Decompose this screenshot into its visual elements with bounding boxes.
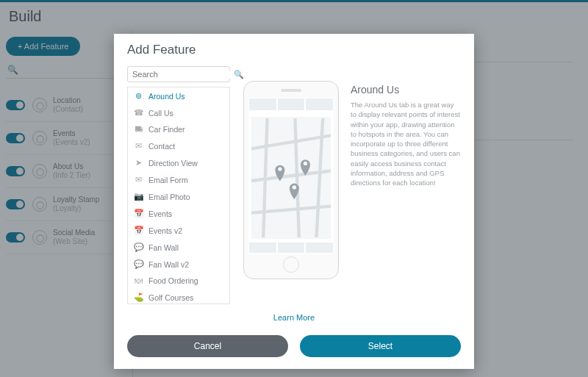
feature-item-icon: ⛟ [134,125,143,134]
modal-overlay: Add Feature 🔍 ⊚Around Us☎Call Us⛟Car Fin… [0,0,588,377]
feature-list-scroll[interactable]: ⊚Around Us☎Call Us⛟Car Finder✉Contact➤Di… [128,87,229,304]
feature-item-label: Food Ordering [148,276,198,285]
svg-point-0 [278,167,282,170]
feature-item-icon: ⛳ [134,292,143,302]
feature-item[interactable]: ➤Direction View [128,154,229,171]
select-button[interactable]: Select [300,335,461,357]
feature-item[interactable]: ☎Call Us [128,104,229,121]
feature-item-label: Direction View [148,159,198,168]
feature-item-label: Email Form [148,176,188,184]
feature-item-icon: 📅 [134,226,143,235]
cancel-button[interactable]: Cancel [127,335,288,357]
feature-item[interactable]: ⛟Car Finder [128,121,229,137]
add-feature-modal: Add Feature 🔍 ⊚Around Us☎Call Us⛟Car Fin… [114,34,474,369]
selected-feature-desc: The Around Us tab is a great way to disp… [351,100,461,188]
svg-point-1 [304,162,307,165]
feature-item[interactable]: ⛳Golf Courses [128,289,229,304]
feature-item-icon: ✉ [134,141,143,151]
feature-item[interactable]: 📅Events [128,205,229,222]
modal-title: Add Feature [114,34,474,62]
feature-item-label: Call Us [148,109,173,118]
feature-item-icon: 📷 [134,192,143,201]
phone-preview [243,81,339,279]
learn-more-link[interactable]: Learn More [114,307,474,328]
feature-item-label: Events v2 [148,226,182,235]
svg-point-2 [293,185,296,189]
feature-item[interactable]: 🍽Food Ordering [128,273,229,289]
feature-search[interactable]: 🔍 [127,66,230,82]
feature-item[interactable]: 💬Fan Wall [128,239,229,256]
feature-item-label: Around Us [148,92,185,101]
feature-item-label: Fan Wall v2 [148,260,189,269]
selected-feature-title: Around Us [351,84,461,96]
feature-list: ⊚Around Us☎Call Us⛟Car Finder✉Contact➤Di… [127,87,230,304]
feature-item[interactable]: ✉Contact [128,137,229,154]
feature-item-icon: 🍽 [134,276,143,285]
search-icon: 🔍 [234,70,244,79]
feature-item[interactable]: ⊚Around Us [128,87,229,104]
feature-item-label: Contact [148,142,175,151]
feature-item[interactable]: 📷Email Photo [128,188,229,205]
feature-item-icon: 💬 [134,259,143,269]
feature-item-label: Email Photo [148,193,190,201]
feature-item-label: Golf Courses [148,293,193,302]
feature-item[interactable]: 💬Fan Wall v2 [128,256,229,273]
feature-item-icon: 💬 [134,243,143,252]
feature-item-label: Events [148,209,172,218]
feature-item-label: Car Finder [148,125,185,134]
feature-item-icon: ➤ [134,158,143,168]
feature-item-icon: ✉ [134,175,143,184]
feature-item-label: Fan Wall [148,243,179,252]
feature-item-icon: ☎ [134,108,143,118]
feature-item-icon: 📅 [134,209,143,218]
feature-search-input[interactable] [132,70,234,79]
feature-item[interactable]: ✉Email Form [128,171,229,188]
feature-item[interactable]: 📅Events v2 [128,222,229,239]
feature-item-icon: ⊚ [134,91,143,101]
